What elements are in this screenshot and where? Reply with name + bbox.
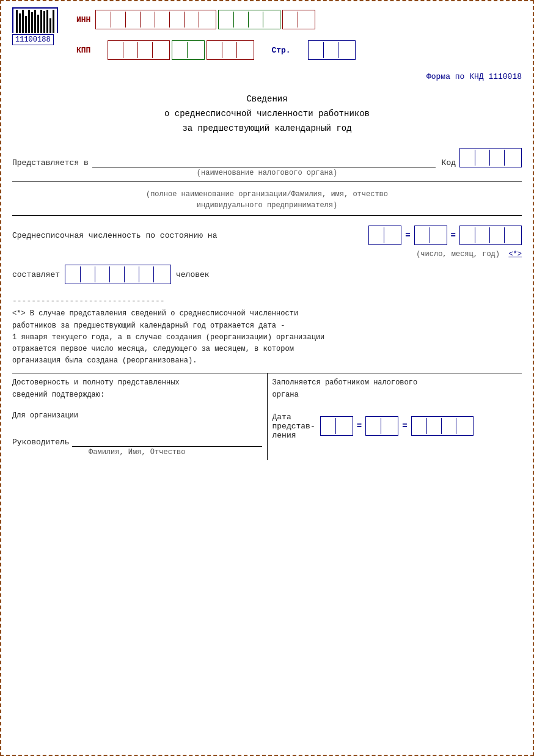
sub-date-day-cell[interactable] [337,418,351,434]
kpp-cell[interactable] [154,42,167,58]
date-day-cell[interactable] [371,227,384,243]
kpp-cells [108,40,254,60]
kpp-section: КПП [76,40,356,60]
count-cell[interactable] [67,266,81,282]
date-label3: ления [272,431,315,440]
inn-cell[interactable] [98,12,111,28]
inn-cell[interactable] [112,12,126,28]
inn-cell[interactable] [142,12,155,28]
inn-cell[interactable] [285,12,298,28]
sub-date-year-cell[interactable] [443,418,456,434]
kpp-cell[interactable] [174,42,188,58]
date-fields: = = [368,226,522,245]
str-cell[interactable] [340,42,353,58]
count-cell[interactable] [111,266,125,282]
bar [46,10,48,33]
date-label1: Дата [272,413,315,422]
str-cell[interactable] [310,42,324,58]
footnote-link[interactable]: <*> [508,250,522,259]
inn-block-2 [218,10,280,29]
barcode-image [12,7,58,33]
date-month-cell[interactable] [417,227,430,243]
inn-kpp-area: ИНН [76,7,356,70]
kpp-cell[interactable] [110,42,123,58]
kpp-cell[interactable] [238,42,252,58]
kod-cell[interactable] [477,150,490,166]
str-label: Стр. [271,46,290,55]
bar [37,15,39,33]
date-sep-3: = [357,421,362,431]
bar [19,13,21,33]
sub-date-year-cell[interactable] [458,418,471,434]
avg-section: Среднесписочная численность по состоянию… [12,226,522,259]
date-day-cell[interactable] [386,227,399,243]
kpp-cell[interactable] [209,42,222,58]
inn-cell[interactable] [265,12,278,28]
bar [25,16,27,33]
barcode-number: 11100188 [12,34,54,45]
kod-cell[interactable] [506,150,519,166]
kpp-block-1 [108,40,170,60]
bar [43,11,45,33]
date-year-cell[interactable] [491,227,505,243]
avg-date-row: Среднесписочная численность по состоянию… [12,226,522,245]
inn-cell[interactable] [127,12,141,28]
inn-cell[interactable] [200,12,214,28]
count-cells [65,265,171,284]
inn-cell[interactable] [235,12,249,28]
str-cell[interactable] [325,42,338,58]
kpp-cell[interactable] [125,42,138,58]
inn-cell[interactable] [221,12,234,28]
date-sub-text: (число, месяц, год) [416,250,500,259]
footnote: <*> В случае представления сведений о ср… [12,308,522,367]
rukovoditel-line: Руководитель [12,436,262,447]
tax-authority-line: Представляется в Код [12,148,522,167]
org-name-area: (полное наименование организации/Фамилия… [12,185,522,216]
bar [34,10,36,33]
kpp-cell[interactable] [189,42,202,58]
count-cell[interactable] [155,266,169,282]
date-month-cells [414,226,447,245]
kpp-cell[interactable] [139,42,153,58]
inn-cell[interactable] [299,12,313,28]
bar [49,18,51,33]
date-year-cell[interactable] [462,227,475,243]
inn-cell[interactable] [186,12,199,28]
count-cell[interactable] [97,266,110,282]
sub-date-month-cell[interactable] [382,418,396,434]
sub-date-month-cell[interactable] [368,418,381,434]
fio-sub: Фамилия, Имя, Отчество [12,448,262,457]
main-title: Сведения о среднесписочной численности р… [12,92,522,136]
inn-cell[interactable] [171,12,185,28]
sub-date-year-cell[interactable] [414,418,427,434]
count-cell[interactable] [126,266,139,282]
sub-date-year-cells [411,416,474,436]
inn-cell[interactable] [250,12,263,28]
kod-cell[interactable] [462,150,475,166]
bar [28,10,30,33]
date-sub: (число, месяц, год) <*> [12,250,522,259]
tax-authority-prefix: Представляется в [12,158,89,167]
sub-date-year-cell[interactable] [428,418,442,434]
bottom-left-confirm: Достоверность и полноту представленных с… [12,377,262,400]
kpp-label: КПП [76,46,90,55]
rukovoditel-label: Руководитель [12,438,70,447]
avg-headcount-label: Среднесписочная численность по состоянию… [12,231,364,240]
date-year-cell[interactable] [477,227,490,243]
kpp-cell[interactable] [224,42,237,58]
date-year-cell[interactable] [506,227,519,243]
dashes: -------------------------------- [12,296,522,306]
sub-date-day-cells [320,416,353,436]
date-submission-label-area: Дата представ- ления [272,413,315,440]
count-cell[interactable] [82,266,95,282]
sub-date-day-cell[interactable] [323,418,336,434]
date-submission-fields: = = [320,416,474,436]
kod-cell[interactable] [491,150,505,166]
bar [31,12,33,33]
inn-label: ИНН [76,15,90,24]
count-cell[interactable] [141,266,154,282]
date-month-cell[interactable] [431,227,445,243]
barcode-area: 11100188 [12,7,58,45]
inn-cell[interactable] [156,12,170,28]
inn-block-1 [95,10,216,29]
